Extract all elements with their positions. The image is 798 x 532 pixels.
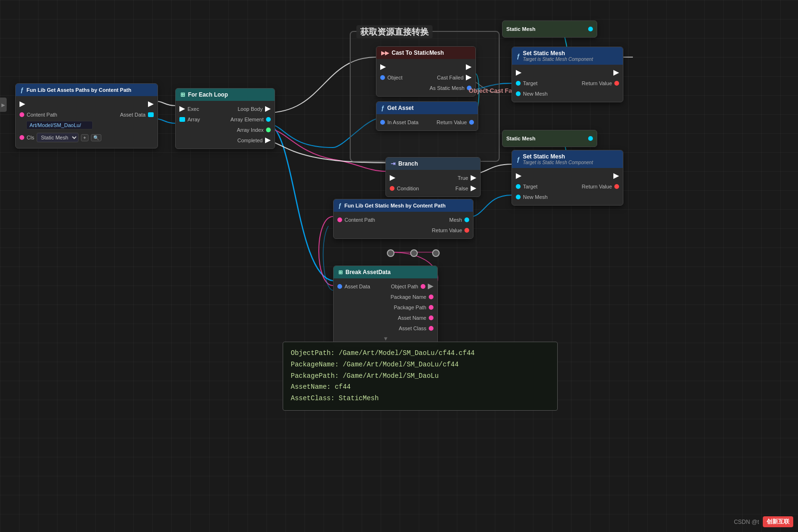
tooltip-line-4: AssetName: cf44 (291, 382, 550, 393)
pin-new-mesh-set-top[interactable] (516, 91, 521, 96)
pin-array-in[interactable] (179, 117, 185, 122)
node-title-fun-lib-get-static-mesh: Fun Lib Get Static Mesh by Content Path (345, 203, 446, 208)
watermark: CSDN @t 创新互联 (734, 516, 793, 527)
label-completed: Completed (237, 138, 263, 143)
label-false-branch: False (455, 186, 468, 191)
pin-completed[interactable] (265, 138, 271, 143)
pin-return-static[interactable] (464, 228, 469, 233)
pin-content-path-static[interactable] (337, 217, 342, 222)
row-static-mesh-top: Static Mesh (502, 24, 597, 34)
row-new-mesh-set-bottom: New Mesh (512, 192, 623, 202)
row-content-path-static: Content Path Mesh (334, 215, 473, 225)
row-new-mesh-set-top: New Mesh (512, 89, 623, 99)
node-header-get-asset: ƒ Get Asset (376, 102, 478, 114)
pin-object-cast[interactable] (380, 75, 385, 80)
row-get-asset-pins: In Asset Data Return Value (376, 117, 478, 128)
pin-false-branch[interactable] (471, 186, 476, 191)
label-package-path: Package Path (394, 305, 427, 310)
group-title: 获取资源直接转换 (356, 25, 433, 39)
cls-add-btn[interactable]: + (81, 134, 89, 141)
left-edge-handle[interactable]: ▶ (0, 98, 7, 112)
pin-in-asset-data[interactable] (380, 120, 385, 125)
pin-exec-set-bottom-out[interactable] (613, 173, 619, 179)
pin-cast-failed[interactable] (466, 75, 472, 80)
node-fun-lib-get-assets: ƒ Fun Lib Get Assets Paths by Content Pa… (15, 83, 158, 148)
pin-object-path[interactable] (421, 284, 425, 289)
pin-condition-branch[interactable] (390, 186, 394, 191)
pin-mesh-out[interactable] (464, 217, 469, 222)
pin-target-set-top[interactable] (516, 81, 521, 86)
cls-select[interactable]: Static Mesh (37, 133, 79, 142)
reroute-1[interactable] (387, 249, 394, 257)
pin-target-set-bottom[interactable] (516, 184, 521, 189)
pin-content-path-in[interactable] (20, 112, 24, 117)
pin-package-path[interactable] (429, 305, 433, 310)
pin-static-mesh-top-out[interactable] (588, 27, 593, 31)
pin-array-element[interactable] (266, 117, 271, 122)
row-target-set-top: Target Return Value (512, 78, 623, 89)
label-new-mesh-set-top: New Mesh (523, 91, 548, 97)
cls-search-btn[interactable]: 🔍 (91, 134, 101, 141)
reroute-2[interactable] (410, 249, 418, 257)
pin-exec-branch-in[interactable] (390, 175, 395, 181)
label-get-asset-return: Return Value (437, 119, 467, 125)
pin-asset-name[interactable] (429, 315, 433, 320)
label-asset-name: Asset Name (398, 315, 426, 321)
pin-exec-out[interactable] (148, 101, 154, 107)
pin-exec-cast-in[interactable] (380, 64, 386, 70)
node-title-fun-lib-get-assets: Fun Lib Get Assets Paths by Content Path (27, 87, 131, 93)
label-target-set-bottom: Target (523, 184, 538, 189)
node-title-get-asset: Get Asset (387, 105, 414, 111)
pin-loop-body[interactable] (265, 106, 271, 112)
pin-get-asset-return[interactable] (469, 120, 474, 125)
reroute-3[interactable] (432, 249, 440, 257)
pin-exec-set-top-out[interactable] (613, 70, 619, 76)
row-as-static-mesh: As Static Mesh (376, 83, 475, 93)
label-asset-data-out: Asset Data (120, 112, 146, 118)
tooltip-line-1: ObjectPath: /Game/Art/Model/SM_DaoLu/cf4… (291, 348, 550, 359)
label-return-set-top: Return Value (582, 80, 612, 86)
row-exec-foreach: Exec Loop Body (176, 104, 275, 114)
row-cls: Cls Static Mesh + 🔍 (16, 131, 158, 145)
node-header-fun-lib-get-static-mesh: ƒ Fun Lib Get Static Mesh by Content Pat… (334, 199, 473, 212)
node-header-cast: ▶▶ Cast To StaticMesh (376, 47, 475, 59)
pin-object-path-exec[interactable] (428, 284, 433, 289)
pin-asset-data-out[interactable] (148, 112, 154, 117)
label-target-set-top: Target (523, 80, 538, 86)
node-cast-to-staticmesh: ▶▶ Cast To StaticMesh Object Cast Failed (376, 46, 476, 97)
tooltip-line-3: PackagePath: /Game/Art/Model/SM_DaoLu (291, 371, 550, 382)
node-branch: ⇥ Branch True Condition False (385, 157, 481, 197)
row-condition-branch: Condition False (386, 183, 480, 194)
pin-cls[interactable] (20, 135, 24, 140)
pin-array-index[interactable] (266, 128, 271, 132)
label-condition-branch: Condition (397, 186, 419, 191)
node-header-break-asset-data: ⊞ Break AssetData (334, 266, 437, 278)
pin-package-name[interactable] (429, 295, 433, 299)
label-return-static: Return Value (432, 227, 462, 233)
pin-new-mesh-set-bottom[interactable] (516, 195, 521, 199)
row-completed: Completed (176, 135, 275, 146)
node-for-each-loop: ⊞ For Each Loop Exec Loop Body Array Arr… (175, 88, 275, 149)
pin-return-set-bottom[interactable] (614, 184, 619, 189)
pin-exec-cast-out[interactable] (466, 64, 472, 70)
pin-exec-in[interactable] (20, 101, 25, 107)
content-path-input[interactable] (26, 121, 93, 129)
row-asset-class: Asset Class (334, 323, 437, 334)
label-cast-failed: Cast Failed (437, 75, 463, 80)
pin-exec-foreach-in[interactable] (179, 106, 185, 112)
pin-true-branch[interactable] (471, 175, 476, 181)
pin-asset-class[interactable] (429, 326, 433, 331)
row-exec-branch: True (386, 173, 480, 183)
label-static-mesh-top: Static Mesh (506, 26, 535, 32)
label-mesh-out: Mesh (449, 217, 462, 223)
pin-asset-data-break-in[interactable] (337, 284, 342, 289)
node-header-set-static-mesh-bottom: ƒ Set Static Mesh Target is Static Mesh … (512, 150, 623, 168)
tooltip-line-2: PackageName: /Game/Art/Model/SM_DaoLu/cf… (291, 359, 550, 371)
row-array-foreach: Array Array Element (176, 114, 275, 125)
pin-return-set-top[interactable] (614, 81, 619, 86)
pin-exec-set-top-in[interactable] (516, 70, 522, 76)
pin-static-mesh-bottom-out[interactable] (588, 136, 593, 141)
watermark-badge1: 创新互联 (763, 516, 793, 527)
pin-exec-set-bottom-in[interactable] (516, 173, 522, 179)
label-new-mesh-set-bottom: New Mesh (523, 194, 548, 200)
